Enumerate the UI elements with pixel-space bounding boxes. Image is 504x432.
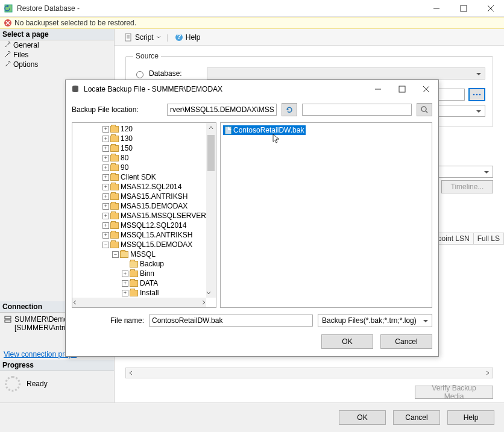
tree-row[interactable]: +150 — [74, 143, 206, 153]
expander-icon[interactable]: + — [102, 213, 109, 219]
dialog-maximize-button[interactable] — [390, 80, 414, 98]
expander-icon[interactable]: + — [122, 290, 128, 296]
tree-vscrollbar[interactable] — [206, 123, 216, 298]
expander-icon[interactable]: + — [102, 164, 109, 171]
svg-line-25 — [426, 111, 427, 113]
tree-row[interactable]: +DATA — [74, 278, 206, 288]
window-title: Restore Database - — [17, 4, 423, 13]
dialog-close-button[interactable] — [414, 80, 438, 98]
expander-icon[interactable]: + — [102, 222, 109, 229]
svg-point-18 — [479, 94, 481, 96]
tree-row[interactable]: +MSAS12.SQL2014 — [74, 182, 206, 192]
source-database-radio[interactable] — [136, 71, 143, 78]
timeline-button[interactable]: Timeline... — [441, 180, 493, 193]
filename-input[interactable] — [149, 315, 313, 327]
search-input[interactable] — [302, 104, 412, 116]
script-button[interactable]: Script — [121, 32, 165, 43]
backupset-hscroll[interactable] — [125, 368, 493, 378]
tree-row[interactable]: +MSAS15.DEMODAX — [74, 201, 206, 211]
tree-row[interactable]: +MSSQL12.SQL2014 — [74, 221, 206, 230]
browse-device-button[interactable] — [468, 88, 485, 101]
folder-tree[interactable]: +120+130+150+80+90+Client SDK+MSAS12.SQL… — [72, 122, 216, 308]
help-button[interactable]: ? Help — [171, 32, 204, 43]
expander-icon[interactable]: + — [102, 193, 109, 200]
tree-label: MSSQL15.ANTRIKSH — [121, 231, 192, 239]
tree-row[interactable]: +120 — [74, 124, 206, 134]
tree-vscroll-thumb[interactable] — [207, 135, 215, 171]
tree-row[interactable]: +MSAS15.MSSQLSERVER — [74, 211, 206, 221]
ok-button[interactable]: OK — [339, 410, 386, 425]
tree-row[interactable]: +Install — [74, 288, 206, 298]
page-options[interactable]: Options — [0, 60, 114, 69]
dialog-title-bar: Locate Backup File - SUMMER\DEMODAX — [66, 80, 438, 98]
hscroll-right[interactable] — [483, 368, 493, 378]
tree-row[interactable]: +80 — [74, 153, 206, 163]
tree-label: 80 — [121, 154, 128, 162]
connection-server: SUMMER\DemoD — [14, 315, 73, 324]
maximize-button[interactable] — [450, 0, 477, 17]
tree-row[interactable]: −MSSQL — [74, 249, 206, 259]
cancel-button[interactable]: Cancel — [393, 410, 440, 425]
connection-user: [SUMMER\Antriks — [14, 324, 73, 332]
tree-row[interactable]: +Client SDK — [74, 172, 206, 182]
location-input[interactable] — [167, 104, 277, 116]
tree-vscroll-down[interactable] — [206, 288, 211, 298]
chevron-down-icon — [156, 35, 161, 40]
expander-icon[interactable]: + — [102, 155, 109, 161]
help-icon: ? — [175, 33, 183, 42]
help-button-bottom[interactable]: Help — [447, 410, 494, 425]
file-item-label: ContosoRetailDW.bak — [233, 126, 304, 134]
source-database-combo[interactable] — [207, 67, 485, 80]
expander-icon[interactable]: − — [112, 251, 119, 258]
search-button[interactable] — [417, 103, 432, 116]
page-general[interactable]: General — [0, 40, 114, 50]
window-title-bar: Restore Database - — [0, 0, 504, 17]
progress-spinner-icon — [5, 376, 20, 392]
tree-row[interactable]: +Binn — [74, 269, 206, 278]
tree-row[interactable]: +90 — [74, 163, 206, 172]
tree-label: Install — [140, 289, 159, 297]
dialog-ok-button[interactable]: OK — [321, 334, 373, 349]
tree-row[interactable]: +MSSQL15.ANTRIKSH — [74, 230, 206, 240]
minimize-button[interactable] — [423, 0, 450, 17]
expander-icon[interactable]: + — [102, 136, 109, 142]
verify-backup-button[interactable]: Verify Backup Media — [415, 386, 493, 399]
expander-icon[interactable]: + — [122, 280, 128, 287]
svg-rect-10 — [125, 34, 131, 41]
folder-icon — [110, 155, 119, 161]
tree-row[interactable]: −MSSQL15.DEMODAX — [74, 240, 206, 249]
expander-icon[interactable]: + — [102, 145, 109, 152]
expander-icon[interactable]: + — [102, 184, 109, 190]
select-page-header: Select a page — [0, 29, 114, 40]
folder-icon — [110, 222, 119, 229]
expander-icon[interactable]: + — [102, 174, 109, 181]
hscroll-left[interactable] — [126, 368, 136, 378]
folder-icon — [130, 261, 138, 268]
refresh-button[interactable] — [282, 103, 297, 116]
dialog-cancel-button[interactable]: Cancel — [380, 334, 432, 349]
tree-label: 120 — [121, 125, 133, 133]
file-list[interactable]: ContosoRetailDW.bak — [220, 122, 432, 308]
tree-hscroll-right[interactable] — [201, 298, 206, 307]
expander-icon[interactable]: + — [102, 232, 109, 239]
dialog-minimize-button[interactable] — [366, 80, 390, 98]
expander-icon[interactable]: + — [102, 126, 109, 133]
tree-label: 150 — [121, 144, 133, 152]
page-files[interactable]: Files — [0, 50, 114, 60]
expander-icon[interactable]: + — [102, 203, 109, 210]
file-item-selected[interactable]: ContosoRetailDW.bak — [223, 125, 306, 135]
tree-row[interactable]: +130 — [74, 134, 206, 143]
tree-hscrollbar[interactable] — [72, 298, 206, 307]
col-full-ls[interactable]: Full LS — [474, 233, 504, 245]
tree-row[interactable]: Backup — [74, 259, 206, 269]
expander-icon[interactable]: + — [122, 271, 128, 277]
expander-icon[interactable]: − — [102, 242, 109, 248]
col-point-lsn[interactable]: point LSN — [433, 233, 474, 245]
file-filter-combo[interactable]: Backup Files(*.bak;*.trn;*.log) — [318, 314, 432, 327]
tree-vscroll-up[interactable] — [206, 123, 216, 133]
svg-point-17 — [476, 94, 478, 96]
close-button[interactable] — [477, 0, 504, 17]
file-icon — [225, 127, 232, 134]
tree-hscroll-left[interactable] — [72, 298, 77, 307]
tree-row[interactable]: +MSAS15.ANTRIKSH — [74, 192, 206, 201]
